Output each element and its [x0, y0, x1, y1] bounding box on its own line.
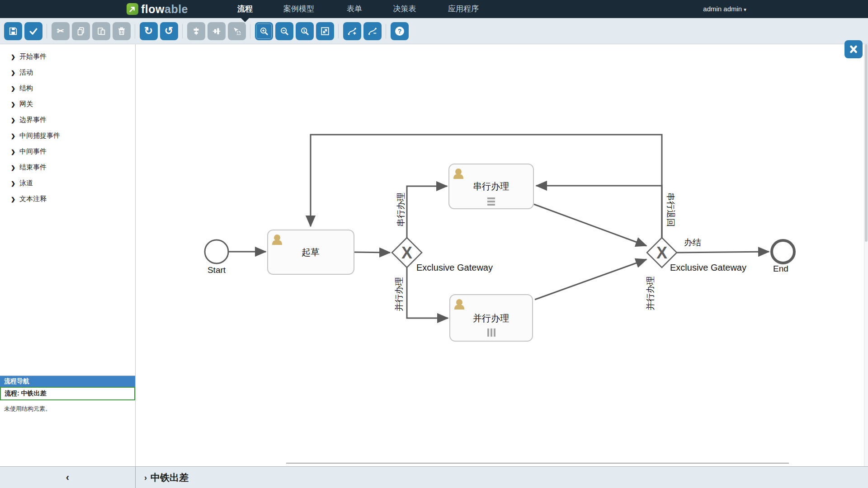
toolbar-separator: [386, 24, 386, 38]
editor-toolbar: ✂ ↻ ↺: [0, 18, 868, 44]
align-horizontal-button[interactable]: [187, 22, 205, 40]
process-title: 中铁出差: [151, 471, 189, 484]
add-bendpoint-icon: [347, 26, 357, 36]
palette-group-label: 中间捕捉事件: [19, 131, 60, 140]
process-navigation-note: 未使用结构元素。: [0, 400, 135, 418]
chevron-right-icon: ❯: [11, 85, 15, 92]
flow-gateway1-to-parallel[interactable]: [407, 267, 448, 318]
palette-group-gateways[interactable]: ❯ 网关: [0, 96, 135, 112]
process-title-bar: › 中铁出差: [136, 467, 868, 488]
save-button[interactable]: [4, 22, 22, 40]
palette-group-intermediate-catching-events[interactable]: ❯ 中间捕捉事件: [0, 128, 135, 144]
zoom-actual-button[interactable]: 1: [296, 22, 314, 40]
toolbar-separator: [250, 24, 250, 38]
user-task-draft[interactable]: 起草: [268, 230, 354, 274]
logo-text-able: able: [165, 3, 188, 15]
paste-button[interactable]: [92, 22, 110, 40]
gateway-x-marker: X: [656, 244, 667, 262]
chevron-right-icon: ❯: [11, 54, 15, 60]
edge-label-serial-branch: 串行办理: [396, 192, 406, 227]
chevron-right-icon: ❯: [11, 101, 15, 108]
collapse-sidebar-icon[interactable]: ‹: [66, 473, 69, 483]
undo-button[interactable]: ↺: [160, 22, 178, 40]
palette-group-label: 网关: [19, 100, 33, 108]
copy-icon: [76, 26, 86, 36]
chevron-right-icon: ❯: [11, 164, 15, 171]
palette-group-label: 结构: [19, 84, 33, 93]
redo-icon: ↻: [144, 26, 153, 36]
user-menu[interactable]: admin admin▾: [703, 0, 746, 18]
bottom-bar: ‹ › 中铁出差: [0, 466, 868, 488]
flow-parallel-to-gateway2[interactable]: [535, 259, 646, 300]
zoom-in-button[interactable]: [255, 22, 273, 40]
palette-group-text-annotation[interactable]: ❯ 文本注释: [0, 191, 135, 207]
shape-palette-sidebar: ❯ 开始事件 ❯ 活动 ❯ 结构 ❯ 网关 ❯ 边界事件 ❯ 中间捕捉事件 ❯ …: [0, 44, 136, 466]
user-task-parallel[interactable]: 并行办理: [450, 295, 533, 341]
palette-group-start-events[interactable]: ❯ 开始事件: [0, 49, 135, 65]
sequence-flows[interactable]: [229, 135, 769, 318]
process-navigation-current[interactable]: 流程: 中铁出差: [0, 387, 135, 400]
process-navigation-title: 流程导航: [0, 376, 135, 387]
palette-group-label: 活动: [19, 68, 33, 77]
expand-details-icon[interactable]: ›: [144, 473, 147, 483]
chevron-right-icon: ❯: [11, 180, 15, 187]
palette-group-label: 中间事件: [19, 147, 47, 156]
copy-button[interactable]: [72, 22, 90, 40]
edge-label-parallel-back: 并行办理: [646, 276, 655, 310]
palette-group-label: 结束事件: [19, 163, 47, 172]
help-icon: ?: [394, 26, 405, 37]
redo-button[interactable]: ↻: [140, 22, 158, 40]
palette-group-activities[interactable]: ❯ 活动: [0, 65, 135, 80]
gateway1-label: Exclusive Gateway: [416, 263, 493, 272]
sequential-multi-instance-icon: [487, 197, 495, 206]
tab-forms[interactable]: 表单: [347, 0, 362, 18]
edge-label-parallel-branch: 并行办理: [394, 277, 404, 311]
add-bendpoint-button[interactable]: [343, 22, 361, 40]
delete-button[interactable]: [113, 22, 131, 40]
palette-group-swimlanes[interactable]: ❯ 泳道: [0, 175, 135, 191]
user-name: admin admin: [703, 5, 742, 13]
flow-gateway1-to-serial[interactable]: [407, 186, 447, 238]
gateway-x-marker: X: [401, 244, 412, 262]
flow-draft-to-gateway1[interactable]: [354, 252, 390, 253]
zoom-actual-icon: 1: [300, 26, 310, 36]
canvas-vertical-scrollbar[interactable]: [864, 44, 868, 466]
tab-process[interactable]: 流程: [237, 0, 253, 18]
align-vertical-button[interactable]: [208, 22, 226, 40]
remove-bendpoint-button[interactable]: [363, 22, 382, 40]
validate-button[interactable]: [24, 22, 42, 40]
flow-serial-to-gateway2[interactable]: [534, 204, 646, 246]
sidebar-collapse-area[interactable]: ‹: [0, 467, 136, 488]
task-label: 并行办理: [473, 313, 509, 323]
end-event-label: End: [773, 264, 788, 273]
palette-group-end-events[interactable]: ❯ 结束事件: [0, 160, 135, 175]
start-event[interactable]: [205, 240, 228, 263]
zoom-fit-button[interactable]: [316, 22, 334, 40]
zoom-in-icon: [259, 26, 269, 36]
flowable-logo-icon: [127, 3, 138, 15]
svg-text:?: ?: [397, 27, 401, 34]
scrollbar-thumb[interactable]: [865, 44, 868, 242]
flow-gateway2-to-end[interactable]: [677, 252, 769, 253]
edge-label-serial-return: 串行退回: [666, 192, 675, 227]
same-size-button[interactable]: [228, 22, 246, 40]
close-editor-button[interactable]: [844, 40, 863, 58]
tab-case-models[interactable]: 案例模型: [283, 0, 314, 18]
task-label: 串行办理: [473, 181, 509, 191]
zoom-out-button[interactable]: [275, 22, 293, 40]
align-horizontal-icon: [191, 26, 201, 36]
tab-decision-tables[interactable]: 决策表: [393, 0, 416, 18]
palette-group-label: 文本注释: [19, 195, 47, 203]
help-button[interactable]: ?: [391, 22, 409, 40]
floppy-icon: [12, 28, 14, 30]
palette-group-structure[interactable]: ❯ 结构: [0, 80, 135, 96]
palette-group-intermediate-events[interactable]: ❯ 中间事件: [0, 144, 135, 160]
palette-group-boundary-events[interactable]: ❯ 边界事件: [0, 112, 135, 128]
cut-button[interactable]: ✂: [52, 22, 70, 40]
toolbar-separator: [47, 24, 47, 38]
tab-apps[interactable]: 应用程序: [448, 0, 479, 18]
user-task-serial[interactable]: 串行办理: [449, 164, 533, 209]
end-event[interactable]: [772, 240, 794, 263]
toolbar-separator: [135, 24, 135, 38]
palette-group-label: 边界事件: [19, 116, 47, 124]
